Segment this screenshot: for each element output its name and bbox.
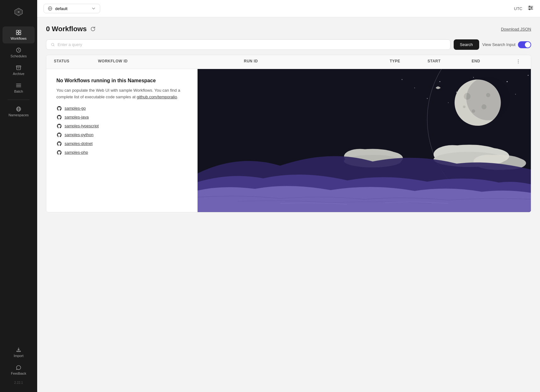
main-content: default UTC xyxy=(37,0,540,392)
svg-rect-5 xyxy=(16,33,18,35)
github-icon xyxy=(56,150,62,155)
empty-state-description: You can populate the Web UI with sample … xyxy=(56,87,187,101)
settings-icon[interactable] xyxy=(527,5,534,12)
workflows-table: Status Workflow ID Run ID Type Start End xyxy=(46,55,531,212)
logo xyxy=(0,5,37,19)
svg-point-36 xyxy=(448,102,449,103)
feedback-icon xyxy=(16,365,21,370)
more-options-icon[interactable] xyxy=(516,59,521,64)
sample-link-typescript[interactable]: samples-typescript xyxy=(56,123,187,129)
topbar-right: UTC xyxy=(513,5,534,12)
col-start: Start xyxy=(425,55,469,69)
sample-link-dotnet[interactable]: samples-dotnet xyxy=(56,141,187,147)
svg-point-20 xyxy=(529,9,530,10)
sidebar-item-label: Feedback xyxy=(11,372,26,375)
view-search-toggle[interactable] xyxy=(518,41,531,48)
utc-selector[interactable]: UTC xyxy=(513,6,524,11)
refresh-icon[interactable] xyxy=(90,26,96,32)
sidebar-item-import[interactable]: Import xyxy=(3,344,35,361)
empty-state-wrapper: No Workflows running in this Namespace Y… xyxy=(46,69,531,212)
sidebar-item-feedback[interactable]: Feedback xyxy=(3,361,35,378)
batch-icon xyxy=(16,83,21,88)
namespace-value: default xyxy=(55,6,89,11)
sample-link-python[interactable]: samples-python xyxy=(56,132,187,138)
page-title-row: 0 Workflows xyxy=(46,25,96,33)
sidebar: Workflows Schedules Archive Batch xyxy=(0,0,37,392)
svg-point-44 xyxy=(466,77,510,120)
col-status: Status xyxy=(51,55,95,69)
search-row: Search View Search Input xyxy=(46,39,531,50)
illustration-panel xyxy=(198,69,531,212)
sidebar-item-label: Schedules xyxy=(10,54,26,58)
svg-point-32 xyxy=(528,75,529,76)
page-title: 0 Workflows xyxy=(46,25,87,33)
search-input-wrap xyxy=(46,39,451,50)
sample-link-java[interactable]: samples-java xyxy=(56,114,187,120)
namespace-icon xyxy=(48,6,53,11)
svg-point-30 xyxy=(507,81,508,82)
view-search-input-row: View Search Input xyxy=(482,41,531,48)
svg-point-19 xyxy=(531,7,532,9)
svg-rect-3 xyxy=(16,30,18,32)
sidebar-divider xyxy=(8,100,30,100)
search-icon xyxy=(51,43,55,47)
sidebar-item-archive[interactable]: Archive xyxy=(3,62,35,79)
sample-link-go[interactable]: samples-go xyxy=(56,106,187,111)
svg-rect-4 xyxy=(19,30,21,32)
sidebar-item-namespaces[interactable]: Namespaces xyxy=(3,103,35,120)
sidebar-item-schedules[interactable]: Schedules xyxy=(3,44,35,61)
workflows-icon xyxy=(16,30,21,35)
svg-point-23 xyxy=(518,61,519,62)
svg-rect-6 xyxy=(19,33,21,35)
empty-state-card: No Workflows running in this Namespace Y… xyxy=(46,69,198,212)
page-header: 0 Workflows Download JSON xyxy=(46,25,531,33)
temporal-logo-icon xyxy=(14,8,23,16)
chevron-down-icon xyxy=(91,6,96,11)
svg-rect-8 xyxy=(16,66,21,67)
svg-point-35 xyxy=(401,79,402,80)
svg-point-22 xyxy=(518,60,519,61)
col-run-id: Run ID xyxy=(241,55,387,69)
sample-links: samples-go samples-java sa xyxy=(56,106,187,155)
utc-label: UTC xyxy=(514,6,522,11)
svg-marker-2 xyxy=(17,11,20,13)
github-icon xyxy=(56,141,62,147)
table-header: Status Workflow ID Run ID Type Start End xyxy=(46,55,531,69)
sidebar-item-label: Namespaces xyxy=(9,113,29,117)
sidebar-item-label: Batch xyxy=(14,89,23,93)
empty-state-illustration xyxy=(198,69,531,212)
view-search-label: View Search Input xyxy=(482,42,515,47)
svg-point-24 xyxy=(518,63,519,64)
namespace-selector[interactable]: default xyxy=(43,4,100,13)
svg-point-18 xyxy=(529,6,530,7)
sidebar-bottom: Import Feedback xyxy=(0,344,37,378)
archive-icon xyxy=(16,65,21,71)
svg-point-34 xyxy=(414,88,415,88)
search-button[interactable]: Search xyxy=(454,39,479,50)
svg-point-31 xyxy=(515,94,516,95)
temporalio-link[interactable]: github.com/temporalio xyxy=(137,95,177,99)
sidebar-item-batch[interactable]: Batch xyxy=(3,79,35,96)
schedules-icon xyxy=(16,47,21,53)
sidebar-item-label: Archive xyxy=(13,72,25,76)
github-icon xyxy=(56,114,62,120)
col-workflow-id: Workflow ID xyxy=(95,55,241,69)
sample-link-php[interactable]: samples-php xyxy=(56,150,187,155)
content-area: 0 Workflows Download JSON Search View Se… xyxy=(37,17,540,392)
empty-state-heading: No Workflows running in this Namespace xyxy=(56,78,187,84)
search-input[interactable] xyxy=(58,42,446,47)
github-icon xyxy=(56,132,62,138)
svg-point-43 xyxy=(463,106,466,108)
github-icon xyxy=(56,123,62,129)
sidebar-item-workflows[interactable]: Workflows xyxy=(3,26,35,43)
topbar: default UTC xyxy=(37,0,540,17)
import-icon xyxy=(16,347,21,353)
github-icon xyxy=(56,106,62,111)
col-end: End xyxy=(469,55,513,69)
col-more[interactable] xyxy=(513,55,526,69)
svg-rect-11 xyxy=(17,351,21,352)
sidebar-nav: Workflows Schedules Archive Batch xyxy=(0,26,37,344)
svg-point-26 xyxy=(439,81,440,82)
download-json-link[interactable]: Download JSON xyxy=(501,27,531,32)
sidebar-version: 2.22.1 xyxy=(0,378,37,387)
